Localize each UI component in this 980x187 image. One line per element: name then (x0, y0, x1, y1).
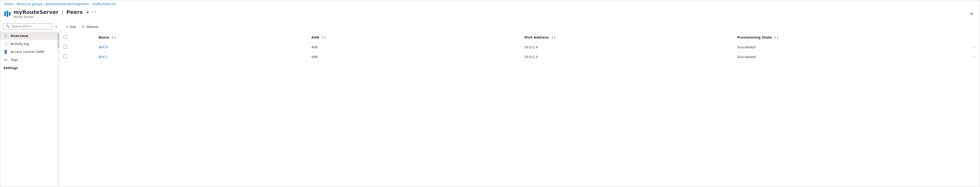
row-0-checkbox[interactable] (64, 45, 67, 49)
refresh-label: Refresh (87, 25, 99, 29)
search-box[interactable]: 🔍 (3, 23, 52, 30)
sidebar-label-tags: Tags (11, 58, 18, 62)
row-1-checkbox[interactable] (64, 55, 67, 58)
search-icon: 🔍 (6, 24, 10, 28)
col-state-sort-icon: ↑↓ (774, 36, 779, 39)
table-header: Name ↑↓ ASN ↑↓ IPv4 Address ↑↓ Provisi (59, 33, 980, 43)
search-row: 🔍 « (0, 21, 59, 32)
refresh-button[interactable]: ↻ Refresh (80, 24, 101, 30)
scroll-track[interactable] (57, 32, 59, 187)
select-all-header[interactable] (59, 33, 94, 43)
breadcrumb-sep-2: › (43, 3, 45, 6)
icon-bar-2 (7, 11, 8, 17)
overview-icon: ⬡ (3, 34, 8, 38)
page-title: myRouteServer | Peers ★ ··· (14, 9, 96, 15)
sidebar-label-activity-log: Activity log (11, 42, 29, 46)
col-asn-sort-icon: ↑↓ (321, 36, 326, 39)
col-header-actions (946, 33, 980, 43)
breadcrumb-home[interactable]: Home (4, 2, 13, 6)
add-button[interactable]: + Add (64, 23, 78, 30)
resource-type: Route Server (14, 15, 96, 19)
row-1-state: Succeeded (733, 52, 946, 62)
row-0-actions[interactable]: ··· (946, 43, 980, 52)
table-row: ADC1 500 10.0.1.5 Succeeded ··· (59, 52, 980, 62)
header-row: Name ↑↓ ASN ↑↓ IPv4 Address ↑↓ Provisi (59, 33, 980, 43)
tags-icon: 🏷 (3, 58, 8, 62)
col-header-state[interactable]: Provisioning State ↑↓ (733, 33, 946, 43)
breadcrumb-sep-1: › (14, 3, 16, 6)
row-1-actions[interactable]: ··· (946, 52, 980, 62)
select-all-checkbox[interactable] (64, 35, 67, 39)
breadcrumb-current: myRouteServer (92, 2, 116, 6)
favorite-icon[interactable]: ★ (86, 10, 89, 15)
peers-table: Name ↑↓ ASN ↑↓ IPv4 Address ↑↓ Provisi (59, 33, 980, 62)
sidebar-item-activity-log[interactable]: 📄 Activity log (0, 40, 57, 48)
breadcrumb-resource-groups[interactable]: Resource groups (17, 2, 42, 6)
resource-icon (4, 11, 11, 17)
col-header-ipv4[interactable]: IPv4 Address ↑↓ (520, 33, 733, 43)
activity-log-icon: 📄 (3, 42, 8, 46)
col-name-label: Name (99, 35, 109, 39)
row-1-asn: 500 (307, 52, 520, 62)
sidebar-item-overview[interactable]: ⬡ Overview (0, 32, 57, 40)
row-0-state: Succeeded (733, 43, 946, 52)
col-name-sort-icon: ↑↓ (111, 36, 116, 39)
title-divider: | (62, 9, 64, 15)
more-options-icon[interactable]: ··· (91, 10, 96, 14)
row-0-name: ADC0 (94, 43, 307, 52)
nav-list: ⬡ Overview 📄 Activity log 👤 Access contr… (0, 32, 57, 187)
col-header-name[interactable]: Name ↑↓ (94, 33, 307, 43)
nav-scroll: ⬡ Overview 📄 Activity log 👤 Access contr… (0, 32, 59, 187)
table-row: ADC0 400 10.0.1.4 Succeeded ··· (59, 43, 980, 52)
scroll-thumb (57, 33, 59, 48)
row-0-asn: 400 (307, 43, 520, 52)
sidebar-label-iam: Access control (IAM) (11, 50, 45, 54)
collapse-button[interactable]: « (54, 24, 58, 30)
content-area: + Add ↻ Refresh Name ↑↓ (59, 21, 980, 187)
search-input[interactable] (11, 25, 50, 28)
sidebar-label-overview: Overview (11, 34, 28, 38)
add-icon: + (66, 24, 68, 29)
col-ipv4-label: IPv4 Address (524, 35, 549, 39)
page-header: myRouteServer | Peers ★ ··· Route Server… (0, 8, 980, 21)
row-1-name: ADC1 (94, 52, 307, 62)
breadcrumb-sep-3: › (90, 3, 91, 6)
row-0-checkbox-cell[interactable] (59, 43, 94, 52)
icon-bar-1 (4, 11, 6, 16)
table-body: ADC0 400 10.0.1.4 Succeeded ··· ADC1 500… (59, 43, 980, 62)
toolbar: + Add ↻ Refresh (59, 21, 980, 33)
sidebar: 🔍 « ⬡ Overview 📄 Activity log 👤 (0, 21, 59, 187)
sidebar-item-tags[interactable]: 🏷 Tags (0, 56, 57, 64)
row-1-ipv4: 10.0.1.5 (520, 52, 733, 62)
main-layout: 🔍 « ⬡ Overview 📄 Activity log 👤 (0, 21, 980, 187)
breadcrumb: Home › Resource groups › Azurerouteserve… (0, 0, 980, 8)
page-section: Peers (66, 9, 83, 15)
col-state-label: Provisioning State (737, 35, 772, 39)
settings-section-label: Settings (0, 64, 57, 71)
row-1-checkbox-cell[interactable] (59, 52, 94, 62)
table-container: Name ↑↓ ASN ↑↓ IPv4 Address ↑↓ Provisi (59, 33, 980, 187)
close-button[interactable]: ✕ (968, 10, 976, 18)
add-label: Add (70, 25, 76, 29)
iam-icon: 👤 (3, 50, 8, 54)
col-header-asn[interactable]: ASN ↑↓ (307, 33, 520, 43)
row-0-ipv4: 10.0.1.4 (520, 43, 733, 52)
refresh-icon: ↻ (82, 25, 85, 29)
col-ipv4-sort-icon: ↑↓ (551, 36, 556, 39)
title-block: myRouteServer | Peers ★ ··· Route Server (14, 9, 96, 19)
resource-name: myRouteServer (14, 9, 59, 15)
sidebar-item-iam[interactable]: 👤 Access control (IAM) (0, 48, 57, 56)
breadcrumb-integration[interactable]: AzurerouteserverIntegration (46, 2, 89, 6)
col-asn-label: ASN (311, 35, 319, 39)
icon-bar-3 (9, 12, 11, 16)
